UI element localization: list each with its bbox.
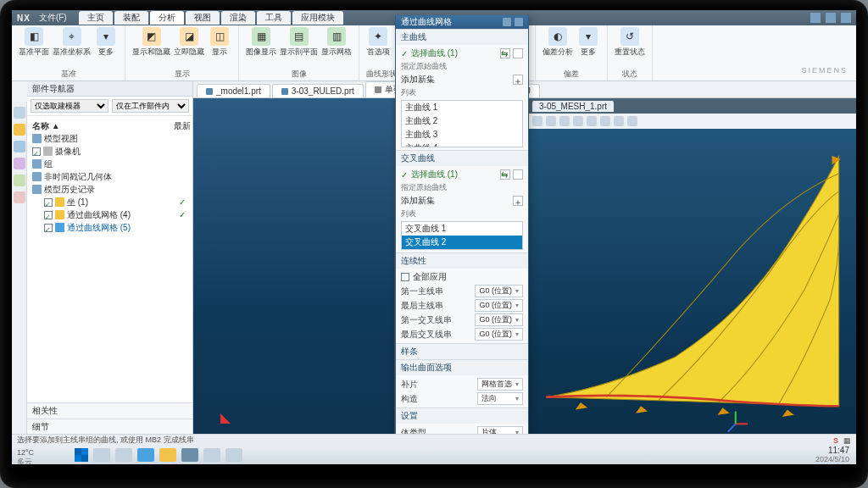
v-last-m[interactable]: G0 (位置) (475, 299, 523, 312)
chk-h1[interactable] (44, 198, 53, 207)
section-output[interactable]: 输出曲面选项 (396, 360, 528, 375)
window-icon[interactable] (826, 13, 836, 23)
add-set-icon[interactable]: ＋ (513, 75, 523, 85)
windows-start-icon[interactable] (75, 448, 88, 462)
axis-gizmo-icon[interactable] (210, 413, 231, 434)
section-cross-curves[interactable]: 交叉曲线 (396, 151, 528, 166)
list-item[interactable]: 主曲线 2 (402, 114, 522, 128)
deviation-more-button[interactable]: ▾更多 (576, 27, 600, 58)
section-continuity[interactable]: 连续性 (396, 253, 528, 269)
nav-dependency[interactable]: 相关性 (27, 402, 192, 419)
nav-filter1[interactable]: 仅选取建模器 (31, 99, 108, 113)
pref-button[interactable]: ✦首选项 (366, 27, 390, 58)
pick-main-curves[interactable]: 选择曲线 (1) (411, 47, 458, 59)
show-button[interactable]: ◫显示 (208, 27, 231, 58)
chk-all-apply[interactable] (401, 273, 409, 281)
pick-origin[interactable]: 指定原始曲线 (401, 61, 447, 72)
help-icon[interactable] (841, 13, 851, 23)
list-item[interactable]: 主曲线 3 (402, 128, 522, 141)
tab-analysis[interactable]: 分析 (150, 11, 184, 25)
menu-file[interactable]: 文件(F) (39, 12, 67, 24)
vstrip-history-icon[interactable] (14, 158, 25, 169)
vp-tool-icon[interactable] (600, 116, 610, 126)
list-item[interactable]: 交叉曲线 1 (402, 222, 522, 236)
tab-view[interactable]: 视图 (186, 11, 220, 25)
search-icon[interactable] (810, 13, 821, 23)
vp-tool-icon[interactable] (573, 116, 583, 126)
col-new[interactable]: 最新 (174, 119, 191, 132)
nav-non-ts[interactable]: 非时间戳记几何体 (44, 170, 112, 183)
vstrip-reuse-icon[interactable] (14, 175, 25, 186)
dialog-close-icon[interactable] (515, 18, 523, 26)
tab-tools[interactable]: 工具 (257, 11, 291, 25)
show-hide-button[interactable]: ◩显示和隐藏 (132, 27, 170, 58)
show-section-button[interactable]: ▤显示剖平面 (280, 27, 318, 58)
tab-home[interactable]: 主页 (79, 11, 113, 25)
add-set-icon[interactable]: ＋ (513, 196, 523, 206)
show-grid-button[interactable]: ▥显示网格 (321, 27, 352, 58)
cross-curve-list[interactable]: 交叉曲线 1 交叉曲线 2 (401, 221, 523, 250)
v-first-c[interactable]: G0 (位置) (475, 313, 523, 326)
taskbar-edge-icon[interactable] (137, 448, 154, 462)
taskbar-clock[interactable]: 11:472024/5/10 (815, 446, 849, 463)
doctab-ruled[interactable]: 3-03_RULED.prt (272, 84, 364, 97)
datum-more-button[interactable]: ▾更多 (94, 27, 118, 58)
v-first-m[interactable]: G0 (位置) (475, 285, 523, 297)
image-display-button[interactable]: ▦图像显示 (246, 27, 276, 58)
tab-app[interactable]: 应用模块 (292, 11, 343, 25)
datum-csys-button[interactable]: ⌖基准坐标系 (53, 27, 91, 58)
vp-tool-icon[interactable] (559, 116, 570, 126)
v-last-c[interactable]: G0 (位置) (475, 328, 523, 341)
dialog-help-icon[interactable] (503, 18, 511, 26)
reset-state-button[interactable]: ↺重置状态 (615, 27, 645, 58)
nav-h2[interactable]: 通过曲线网格 (4) (67, 208, 131, 221)
main-curve-list[interactable]: 主曲线 1 主曲线 2 主曲线 3 主曲线 4 (401, 100, 523, 147)
vp-tool-icon[interactable] (587, 116, 597, 126)
taskbar-search-icon[interactable] (93, 448, 110, 462)
v-struct[interactable]: 法向 (477, 392, 523, 405)
nav-details[interactable]: 细节 (27, 419, 192, 435)
deviation-button[interactable]: ◐偏差分析 (542, 27, 573, 58)
vp-tool-icon[interactable] (627, 116, 637, 126)
pick-cross-curves[interactable]: 选择曲线 (1) (411, 169, 458, 180)
vp-tool-icon[interactable] (614, 116, 624, 126)
vstrip-navigator-icon[interactable] (14, 107, 25, 119)
tab-render[interactable]: 渲染 (221, 11, 255, 25)
nav-h1[interactable]: 坐 (1) (67, 196, 88, 208)
doctab-model1[interactable]: _model1.prt (197, 84, 270, 97)
nav-h3[interactable]: 通过曲线网格 (5) (67, 221, 131, 234)
taskbar-app-icon[interactable] (225, 448, 242, 462)
status-grid-icon[interactable]: ▦ (843, 436, 851, 445)
chk-h3[interactable] (44, 224, 53, 232)
chk-camera[interactable] (32, 147, 41, 156)
tab-assemble[interactable]: 装配 (114, 11, 148, 25)
taskbar-app-icon[interactable] (203, 448, 220, 462)
nav-camera[interactable]: 摄像机 (55, 145, 81, 158)
curve-rule-icon[interactable] (513, 48, 523, 58)
pick-origin-cross[interactable]: 指定原始曲线 (401, 182, 447, 193)
viewport-left[interactable] (193, 98, 395, 451)
vstrip-layer-icon[interactable] (14, 191, 25, 203)
reverse-dir-icon[interactable]: ⇆ (500, 48, 510, 58)
taskbar-nx-icon[interactable] (181, 448, 198, 462)
weather-widget[interactable]: 12°C多云 (17, 448, 34, 464)
col-name[interactable]: 名称 ▲ (32, 119, 60, 132)
vstrip-constraint-icon[interactable] (14, 141, 25, 152)
taskbar-explorer-icon[interactable] (115, 448, 132, 462)
immediate-hide-button[interactable]: ◪立即隐藏 (174, 27, 204, 58)
vstrip-assembly-icon[interactable] (14, 124, 25, 136)
vp-tab-mesh[interactable]: 3-05_MESH_1.prt (532, 101, 614, 112)
status-tool-icon[interactable]: S (833, 436, 838, 445)
viewport-right[interactable]: 3-05_MESH_1.prt (529, 98, 856, 451)
datum-plane-button[interactable]: ◧基准平面 (19, 27, 49, 58)
chk-h2[interactable] (44, 211, 53, 219)
section-main-curves[interactable]: 主曲线 (396, 30, 528, 45)
curve-rule-icon[interactable] (513, 169, 523, 180)
nav-filter2[interactable]: 仅在工作部件内 (112, 99, 190, 113)
list-item[interactable]: 主曲线 4 (402, 141, 522, 147)
section-settings[interactable]: 设置 (396, 408, 528, 424)
nav-group[interactable]: 组 (44, 158, 53, 170)
list-item[interactable]: 主曲线 1 (402, 101, 522, 114)
nav-model-views[interactable]: 模型视图 (44, 132, 78, 145)
vp-tool-icon[interactable] (532, 116, 542, 126)
